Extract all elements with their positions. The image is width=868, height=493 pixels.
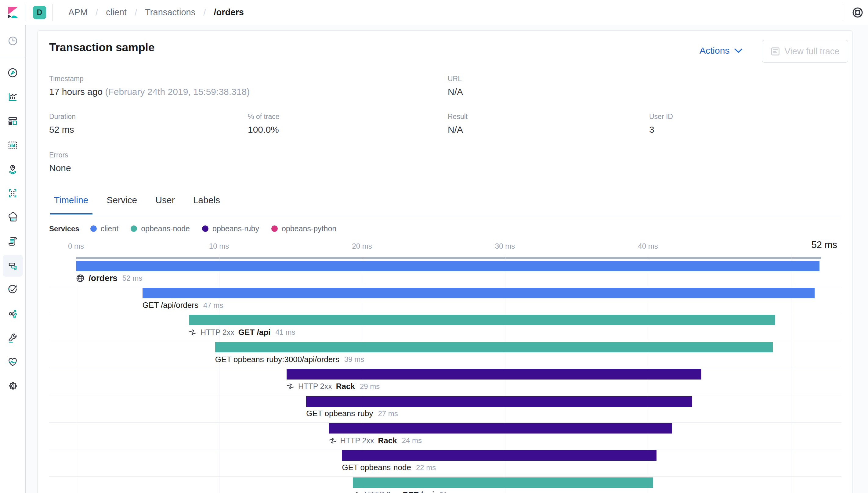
bar-line-chart-icon <box>8 92 18 102</box>
span-bar[interactable] <box>342 450 656 460</box>
legend-item-client: client <box>90 224 119 233</box>
span-label[interactable]: HTTP 2xxGET /api41 ms <box>189 327 295 337</box>
waterfall: 52 ms 0 ms10 ms20 ms30 ms40 ms/orders52 … <box>49 238 842 493</box>
actions-label: Actions <box>700 45 729 56</box>
waterfall-row: GET opbeans-ruby27 ms <box>49 396 842 423</box>
machine-learning-icon <box>8 188 18 198</box>
sidebar-item-maps[interactable] <box>0 157 25 181</box>
sidebar-item-dev-tools[interactable] <box>0 326 25 350</box>
view-full-trace-label: View full trace <box>785 46 840 57</box>
legend-dot <box>90 226 97 232</box>
field-value: N/A <box>448 125 468 135</box>
clock-icon <box>8 36 18 46</box>
legend-item-opbeans-ruby: opbeans-ruby <box>202 224 259 233</box>
axis-tick: 10 ms <box>209 242 229 251</box>
sidebar-item-machine-learning[interactable] <box>0 181 25 205</box>
span-duration: 41 ms <box>275 328 295 337</box>
tab-user[interactable]: User <box>151 195 179 214</box>
field-value: N/A <box>448 87 463 97</box>
help-button[interactable] <box>843 7 868 18</box>
field-label: % of trace <box>248 112 279 121</box>
tab-labels[interactable]: Labels <box>189 195 224 214</box>
axis-tick: 40 ms <box>638 242 658 251</box>
span-label[interactable]: GET opbeans-ruby:3000/api/orders39 ms <box>215 354 364 365</box>
field-duration: Duration 52 ms <box>49 112 76 135</box>
span-bar[interactable] <box>189 315 775 325</box>
field-label: User ID <box>649 112 673 121</box>
space-badge[interactable]: D <box>33 6 46 19</box>
services-legend: Services client opbeans-node opbeans-rub… <box>49 224 348 233</box>
span-prefix: HTTP 2xx <box>200 328 234 337</box>
uptime-check-icon <box>8 285 18 295</box>
view-full-trace-button[interactable]: View full trace <box>762 40 848 63</box>
span-name: GET opbeans-ruby <box>306 409 373 418</box>
breadcrumb-separator: / <box>134 7 137 18</box>
life-ring-help-icon <box>852 7 863 18</box>
span-label[interactable]: GET opbeans-node22 ms <box>342 463 436 473</box>
sidebar-item-infrastructure[interactable] <box>0 205 25 230</box>
main-content-area: Transaction sample Actions View full tra… <box>26 25 868 493</box>
field-label: Errors <box>49 151 71 159</box>
span-bar[interactable] <box>329 423 672 433</box>
tab-service[interactable]: Service <box>102 195 141 214</box>
span-type-arrows-icon <box>286 382 295 391</box>
breadcrumb-apm[interactable]: APM <box>68 7 88 17</box>
legend-dot <box>131 226 137 232</box>
sidebar-item-monitoring[interactable] <box>0 350 25 374</box>
span-label[interactable]: GET /api/orders47 ms <box>143 300 223 310</box>
span-name: Rack <box>336 382 355 391</box>
waterfall-horizontal-scrollbar[interactable] <box>76 257 821 259</box>
sidebar-item-management[interactable] <box>0 374 25 398</box>
field-value: 17 hours ago (February 24th 2019, 15:59:… <box>49 87 250 97</box>
breadcrumb-transactions[interactable]: Transactions <box>145 7 195 17</box>
span-name: GET /api <box>238 328 270 337</box>
kibana-logo-icon <box>7 6 19 19</box>
span-bar[interactable] <box>143 288 814 298</box>
field-label: Timestamp <box>49 75 250 83</box>
tab-timeline[interactable]: Timeline <box>50 195 92 214</box>
top-header-bar: D APM / client / Transactions / /orders <box>0 0 868 25</box>
span-label[interactable]: GET opbeans-ruby27 ms <box>306 408 398 419</box>
span-bar[interactable] <box>76 261 820 271</box>
span-type-arrows-icon <box>188 328 197 337</box>
span-type-arrows-icon <box>352 490 361 493</box>
breadcrumb-orders: /orders <box>214 7 244 17</box>
span-duration: 29 ms <box>360 382 380 391</box>
trace-document-icon <box>771 46 780 57</box>
kibana-logo[interactable] <box>0 6 26 19</box>
span-label[interactable]: HTTP 2xxRack29 ms <box>287 381 380 392</box>
span-bar[interactable] <box>215 342 773 352</box>
sidebar-item-graph[interactable] <box>0 302 25 326</box>
field-value: 52 ms <box>49 125 76 135</box>
span-bar[interactable] <box>306 396 692 407</box>
sidebar-item-uptime[interactable] <box>0 278 25 302</box>
span-bar[interactable] <box>287 369 701 380</box>
span-duration: 21 ms <box>439 491 459 493</box>
apm-icon <box>8 261 18 271</box>
wrench-icon <box>8 333 18 343</box>
sidebar-item-logs[interactable] <box>0 230 25 254</box>
sidebar-item-dashboard[interactable] <box>0 109 25 133</box>
field-value: None <box>49 163 71 173</box>
sidebar-item-apm[interactable] <box>3 255 23 277</box>
sidebar-item-visualize[interactable] <box>0 85 25 109</box>
actions-menu-button[interactable]: Actions <box>700 45 743 56</box>
breadcrumb-client[interactable]: client <box>106 7 127 17</box>
span-bar[interactable] <box>353 477 653 488</box>
span-label[interactable]: HTTP 2xxRack24 ms <box>329 435 422 446</box>
maps-pin-icon <box>8 164 18 174</box>
axis-tick: 30 ms <box>495 242 515 251</box>
span-label[interactable]: HTTP 2xxGET /api21 ms <box>353 490 459 493</box>
field-label: URL <box>448 75 463 83</box>
waterfall-row: HTTP 2xxGET /api21 ms <box>49 477 842 493</box>
span-prefix: HTTP 2xx <box>364 490 398 493</box>
cloud-server-icon <box>8 212 18 222</box>
sidebar-item-discover[interactable] <box>0 61 25 85</box>
span-label[interactable]: /orders52 ms <box>76 273 142 283</box>
chevron-down-icon <box>734 48 743 53</box>
waterfall-row: GET opbeans-node22 ms <box>49 450 842 476</box>
field-errors: Errors None <box>49 151 71 173</box>
sidebar-item-recent[interactable] <box>0 25 25 57</box>
sidebar-item-canvas[interactable] <box>0 133 25 157</box>
transaction-sample-panel: Transaction sample Actions View full tra… <box>38 30 852 493</box>
